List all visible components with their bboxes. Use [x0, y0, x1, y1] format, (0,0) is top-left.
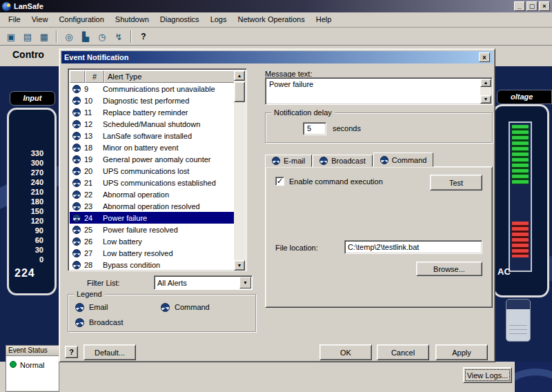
- dialog-titlebar[interactable]: Event Notification ×: [61, 51, 493, 63]
- alert-number: 9: [84, 85, 103, 93]
- app-icon: [2, 2, 11, 11]
- meter-icon[interactable]: ◎: [61, 30, 77, 44]
- alert-list-scrollbar[interactable]: ▲ ▼: [234, 70, 245, 271]
- schedule-icon[interactable]: ◷: [95, 30, 110, 44]
- dialog-close-button[interactable]: ×: [479, 52, 490, 62]
- enable-command-row[interactable]: ✓ Enable command execution: [275, 177, 383, 186]
- help-button[interactable]: ?: [65, 346, 78, 358]
- minimize-button[interactable]: _: [514, 1, 525, 11]
- scroll-down-button[interactable]: ▼: [234, 260, 245, 271]
- alert-number: 24: [84, 214, 103, 222]
- help-icon[interactable]: ?: [136, 30, 151, 44]
- grid-icon[interactable]: ▦: [37, 30, 52, 44]
- delay-seconds-input[interactable]: 5: [303, 122, 326, 135]
- led-bar-graph: [509, 121, 532, 272]
- notification-delay-group: Notification delay 5 seconds: [265, 112, 493, 143]
- devices-icon[interactable]: ▤: [20, 30, 35, 44]
- background-window-title: Contro: [12, 49, 44, 60]
- maximize-button[interactable]: ▢: [526, 1, 538, 11]
- alert-list-row[interactable]: 18Minor on battery event: [70, 141, 235, 153]
- file-location-label: File location:: [275, 244, 318, 252]
- default-button[interactable]: Default...: [83, 344, 136, 360]
- alert-type-icon: [72, 97, 81, 105]
- broadcast-icon: [75, 318, 84, 327]
- voltage-scale-value: 270: [12, 168, 43, 177]
- alert-type-icon: [72, 237, 81, 246]
- alert-list-row[interactable]: 23Abnormal operation resolved: [70, 200, 235, 212]
- tab-label: Broadcast: [331, 157, 366, 165]
- cancel-button[interactable]: Cancel: [377, 344, 429, 360]
- alert-type-label: Communications port unavailable: [103, 85, 235, 93]
- input-section-label: Input: [10, 91, 55, 106]
- alert-number: 10: [84, 97, 103, 105]
- alert-list-row[interactable]: 11Replace battery reminder: [70, 106, 235, 118]
- tab-command[interactable]: Command: [373, 153, 434, 167]
- alert-number: 25: [84, 226, 103, 234]
- alert-list-row[interactable]: 13LanSafe software installed: [70, 130, 235, 141]
- file-location-input[interactable]: C:\temp\2\testlink.bat: [344, 240, 482, 254]
- menu-item-view[interactable]: View: [26, 12, 54, 27]
- menu-item-file[interactable]: File: [3, 12, 26, 27]
- voltage-scale-value: 180: [12, 197, 43, 206]
- alert-list: # Alert Type 9Communications port unavai…: [68, 68, 247, 271]
- console-icon[interactable]: ▣: [3, 30, 19, 44]
- menu-item-logs[interactable]: Logs: [205, 12, 233, 27]
- alert-list-row[interactable]: 10Diagnostic test performed: [70, 95, 235, 106]
- menu-item-diagnostics[interactable]: Diagnostics: [155, 12, 205, 27]
- alert-list-row[interactable]: 25Power failure resolved: [70, 224, 235, 235]
- dialog-title: Event Notification: [64, 53, 129, 61]
- column-header-type[interactable]: Alert Type: [104, 70, 235, 83]
- browse-button[interactable]: Browse...: [416, 262, 482, 276]
- power-icon[interactable]: ↯: [111, 30, 126, 44]
- voltage-scale-value: 90: [12, 226, 43, 235]
- event-notification-dialog: Event Notification × # Alert Type 9Commu…: [59, 48, 495, 362]
- enable-command-checkbox[interactable]: ✓: [275, 177, 284, 186]
- column-header-icon[interactable]: [70, 70, 85, 83]
- scroll-down-button[interactable]: ▼: [480, 95, 491, 104]
- voltage-scale-value: 0: [12, 255, 43, 264]
- scroll-thumb[interactable]: [234, 81, 245, 102]
- alert-type-label: UPS communications established: [103, 179, 235, 187]
- scroll-up-button[interactable]: ▲: [480, 79, 491, 87]
- test-button[interactable]: Test: [430, 175, 482, 190]
- alert-type-icon: [72, 226, 81, 234]
- view-logs-button[interactable]: View Logs...: [463, 367, 512, 383]
- alert-list-row[interactable]: 20UPS communications lost: [70, 165, 235, 177]
- legend-group: Legend EmailCommandBroadcast: [68, 294, 256, 332]
- filter-list-dropdown[interactable]: All Alerts ▼: [154, 275, 253, 290]
- tab-e-mail[interactable]: E-mail: [265, 155, 312, 167]
- tab-broadcast[interactable]: Broadcast: [313, 155, 373, 167]
- chart-icon[interactable]: ▙: [78, 30, 93, 44]
- voltage-section-label: oltage: [497, 90, 552, 104]
- close-button[interactable]: ×: [539, 1, 550, 11]
- alert-list-row[interactable]: 26Low battery: [70, 235, 235, 247]
- alert-list-row[interactable]: 19General power anomaly counter: [70, 153, 235, 165]
- apply-button[interactable]: Apply: [435, 344, 488, 360]
- window-titlebar[interactable]: LanSafe _▢×: [0, 0, 552, 12]
- alert-list-row[interactable]: 22Abnormal operation: [70, 188, 235, 200]
- alert-list-row[interactable]: 27Low battery resolved: [70, 247, 235, 259]
- alert-list-row[interactable]: 28Bypass condition: [70, 259, 235, 269]
- alert-list-row[interactable]: 9Communications port unavailable: [70, 83, 235, 95]
- scroll-up-button[interactable]: ▲: [234, 70, 245, 81]
- ok-button[interactable]: OK: [319, 344, 372, 360]
- alert-type-icon: [72, 214, 81, 222]
- alert-list-row[interactable]: 12Scheduled/Manual shutdown: [70, 118, 235, 130]
- alert-number: 12: [84, 120, 103, 128]
- filter-list-label: Filter List:: [87, 279, 120, 287]
- menu-item-network-operations[interactable]: Network Operations: [232, 12, 310, 27]
- dropdown-arrow-icon[interactable]: ▼: [239, 277, 251, 288]
- broadcast-tab-icon: [319, 157, 328, 165]
- column-header-number[interactable]: #: [85, 70, 104, 83]
- message-text-box[interactable]: Power failure ▲ ▼: [265, 77, 493, 105]
- alert-list-row[interactable]: 21UPS communications established: [70, 177, 235, 188]
- alert-type-label: UPS communications lost: [103, 167, 235, 175]
- menu-item-configuration[interactable]: Configuration: [53, 12, 109, 27]
- alert-list-row[interactable]: 24Power failure: [70, 212, 235, 224]
- command-icon: [161, 303, 170, 312]
- alert-type-icon: [72, 132, 81, 140]
- message-scrollbar[interactable]: ▲ ▼: [480, 79, 491, 104]
- legend-label: Broadcast: [89, 318, 124, 326]
- menu-item-shutdown[interactable]: Shutdown: [110, 12, 155, 27]
- menu-item-help[interactable]: Help: [310, 12, 337, 27]
